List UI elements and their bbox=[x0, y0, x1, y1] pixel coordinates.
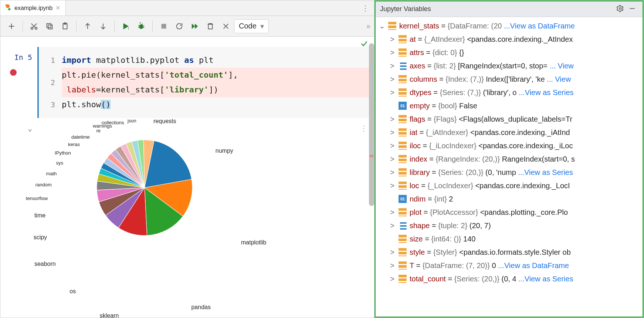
gear-icon[interactable] bbox=[614, 5, 626, 14]
collapse-icon[interactable]: ⌄ bbox=[379, 19, 385, 33]
copy-button[interactable] bbox=[42, 19, 57, 34]
expand-icon[interactable]: > bbox=[389, 206, 396, 219]
move-up-button[interactable] bbox=[80, 19, 95, 34]
cell-prompt: In 5 bbox=[0, 47, 37, 118]
tab-more-icon[interactable]: ⋮ bbox=[356, 4, 374, 13]
run-cell-button[interactable]: I bbox=[118, 19, 133, 34]
variable-row[interactable]: >index = {RangeIndex: (20,)} RangeIndex(… bbox=[377, 152, 643, 166]
view-link[interactable]: ...View as DataFrame bbox=[504, 22, 575, 30]
jupyter-icon bbox=[4, 4, 11, 13]
pie-label: datetime bbox=[71, 134, 90, 140]
panel-title: Jupyter Variables bbox=[380, 5, 431, 13]
svg-line-18 bbox=[138, 26, 140, 26]
expand-icon[interactable]: > bbox=[389, 246, 396, 259]
output-more-icon[interactable]: ⋮ bbox=[360, 124, 367, 133]
interrupt-button[interactable] bbox=[156, 19, 171, 34]
cell-type-select[interactable]: Code ▾ bbox=[234, 19, 269, 33]
close-icon[interactable]: ✕ bbox=[55, 4, 60, 11]
view-link[interactable]: ...View as Series bbox=[516, 168, 573, 176]
editor-pane: example.ipynb ✕ ⋮ I Code bbox=[0, 0, 374, 318]
svg-marker-26 bbox=[195, 23, 198, 29]
struct-icon bbox=[399, 182, 407, 190]
expand-icon[interactable]: > bbox=[389, 72, 396, 86]
view-link[interactable]: ... View bbox=[545, 75, 571, 83]
struct-icon bbox=[399, 261, 407, 270]
variables-panel: Jupyter Variables ⌄ kernel_stats = {Data… bbox=[374, 0, 644, 318]
expand-icon[interactable]: > bbox=[389, 126, 396, 139]
list-icon bbox=[399, 221, 407, 230]
expand-icon[interactable]: > bbox=[389, 112, 396, 126]
variable-row[interactable]: >attrs = {dict: 0} {} bbox=[377, 46, 643, 59]
variable-row[interactable]: >flags = {Flags} <Flags(allows_duplicate… bbox=[377, 112, 643, 126]
pie-label: re bbox=[96, 128, 101, 133]
expand-icon[interactable]: > bbox=[389, 166, 396, 179]
code-cell[interactable]: In 5 1 2 3 import matplotlib.pyplot as p… bbox=[0, 37, 374, 118]
minimize-icon[interactable] bbox=[626, 5, 638, 14]
pie-label: keras bbox=[68, 142, 80, 147]
variable-row[interactable]: >loc = {_LocIndexer} <pandas.core.indexi… bbox=[377, 179, 643, 192]
paste-button[interactable] bbox=[58, 19, 72, 34]
expand-icon[interactable]: > bbox=[389, 86, 396, 99]
pie-label: matplotlib bbox=[241, 239, 266, 246]
variable-row[interactable]: >dtypes = {Series: (7,)} ('library', o .… bbox=[377, 86, 643, 99]
move-down-button[interactable] bbox=[96, 19, 111, 34]
variable-row[interactable]: >total_count = {Series: (20,)} (0, 4 ...… bbox=[377, 272, 643, 285]
debug-button[interactable] bbox=[134, 19, 149, 34]
expand-icon[interactable]: > bbox=[389, 139, 396, 152]
variable-row[interactable]: >01empty = {bool} False bbox=[377, 99, 643, 112]
pie-label: requests bbox=[153, 118, 176, 125]
pie-label: sys bbox=[56, 160, 64, 166]
collapse-output-icon[interactable]: ⌄ bbox=[28, 124, 32, 133]
restart-button[interactable] bbox=[172, 19, 187, 34]
view-link[interactable]: ...View as DataFrame bbox=[496, 261, 569, 270]
breakpoint-icon[interactable] bbox=[10, 69, 17, 76]
variable-row[interactable]: >style = {Styler} <pandas.io.formats.sty… bbox=[377, 246, 643, 259]
pie-label: seaborn bbox=[34, 261, 56, 267]
pie-label: sklearn bbox=[100, 312, 119, 318]
expand-icon[interactable]: > bbox=[389, 179, 396, 192]
expand-icon[interactable]: > bbox=[389, 219, 396, 232]
variable-row[interactable]: >shape = {tuple: 2} (20, 7) bbox=[377, 219, 643, 232]
minimap-bp-mark bbox=[370, 155, 373, 157]
cut-button[interactable] bbox=[27, 19, 41, 34]
variable-row[interactable]: >iloc = {_iLocIndexer} <pandas.core.inde… bbox=[377, 139, 643, 152]
variables-tree[interactable]: ⌄ kernel_stats = {DataFrame: (20 ...View… bbox=[376, 17, 643, 317]
svg-line-23 bbox=[142, 23, 143, 24]
variable-row[interactable]: >at = {_AtIndexer} <pandas.core.indexing… bbox=[377, 33, 643, 46]
expand-icon[interactable]: > bbox=[389, 259, 396, 272]
view-link[interactable]: ...View as Series bbox=[516, 88, 573, 97]
variable-root[interactable]: ⌄ kernel_stats = {DataFrame: (20 ...View… bbox=[377, 19, 643, 33]
expand-icon[interactable]: > bbox=[389, 33, 396, 46]
svg-rect-9 bbox=[48, 25, 52, 29]
variable-row[interactable]: >size = {int64: ()} 140 bbox=[377, 232, 643, 246]
variable-row[interactable]: >plot = {PlotAccessor} <pandas.plotting.… bbox=[377, 206, 643, 219]
view-link[interactable]: ... View bbox=[548, 62, 574, 70]
variable-row[interactable]: >columns = {Index: (7,)} Index(['library… bbox=[377, 72, 643, 86]
expand-icon[interactable]: > bbox=[389, 59, 396, 72]
variable-row[interactable]: >axes = {list: 2} [RangeIndex(start=0, s… bbox=[377, 59, 643, 72]
pie-label: os bbox=[70, 288, 76, 295]
panel-header: Jupyter Variables bbox=[376, 1, 643, 17]
code-area[interactable]: import matplotlib.pyplot as pltplt.pie(k… bbox=[59, 47, 374, 118]
pie-label: tensorflow bbox=[26, 196, 48, 201]
run-all-button[interactable] bbox=[187, 19, 202, 34]
variable-row[interactable]: >library = {Series: (20,)} (0, 'nump ...… bbox=[377, 166, 643, 179]
toolbar-more-icon[interactable]: » bbox=[366, 22, 370, 30]
svg-text:I: I bbox=[128, 27, 129, 30]
expand-icon[interactable]: > bbox=[389, 152, 396, 166]
delete-cell-button[interactable] bbox=[203, 19, 218, 34]
add-cell-button[interactable] bbox=[4, 19, 19, 34]
editor-tab[interactable]: example.ipynb ✕ bbox=[0, 0, 66, 16]
struct-icon bbox=[399, 48, 407, 57]
minimap-thumb[interactable] bbox=[369, 43, 374, 206]
view-link[interactable]: ...View as Series bbox=[516, 275, 573, 283]
variable-row[interactable]: >iat = {_iAtIndexer} <pandas.core.indexi… bbox=[377, 126, 643, 139]
pie-label: numpy bbox=[216, 148, 233, 154]
expand-icon[interactable]: > bbox=[389, 46, 396, 59]
editor-minimap[interactable] bbox=[369, 37, 374, 318]
clear-output-button[interactable] bbox=[218, 19, 233, 34]
variable-row[interactable]: >01ndim = {int} 2 bbox=[377, 192, 643, 206]
variable-row[interactable]: >T = {DataFrame: (7, 20)} 0 ...View as D… bbox=[377, 259, 643, 272]
expand-icon[interactable]: > bbox=[389, 272, 396, 285]
struct-icon bbox=[399, 128, 407, 136]
